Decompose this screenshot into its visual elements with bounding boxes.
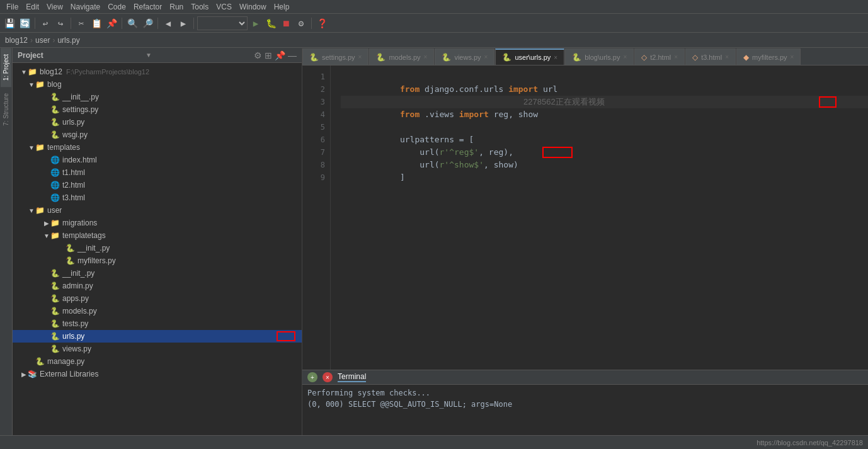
vtab-structure[interactable]: 7: Structure	[1, 87, 11, 132]
menu-code[interactable]: Code	[104, 0, 130, 13]
menu-vcs[interactable]: VCS	[212, 0, 236, 13]
tab-icon-t2: ◇	[641, 53, 647, 62]
tree-file-tests[interactable]: 🐍 tests.py	[13, 317, 302, 330]
menu-edit[interactable]: Edit	[22, 0, 43, 13]
toolbar-help[interactable]: ❓	[315, 16, 329, 30]
code-content[interactable]: from django.conf.urls import url from .v…	[331, 65, 868, 370]
vtab-project[interactable]: 1: Project	[1, 48, 11, 87]
project-icon-hide[interactable]: —	[288, 50, 297, 60]
tab-icon-t3: ◇	[692, 53, 698, 62]
toolbar-forward[interactable]: ▶	[176, 16, 190, 30]
tree-folder-templatetags[interactable]: ▼ 📁 templatetags	[13, 229, 302, 242]
tree-file-views[interactable]: 🐍 views.py	[13, 343, 302, 355]
line-numbers: 1 2 3 4 5 6 7 8 9	[302, 65, 331, 370]
tree-root-blog12[interactable]: ▼ 📁 blog12 F:\PycharmProjects\blog12	[13, 65, 302, 78]
tree-file-apps[interactable]: 🐍 apps.py	[13, 292, 302, 305]
tree-file-t2[interactable]: 🌐 t2.html	[13, 179, 302, 191]
tab-close-blog-urls[interactable]: ×	[623, 54, 627, 60]
tree-file-models[interactable]: 🐍 models.py	[13, 305, 302, 317]
tab-close-settings[interactable]: ×	[358, 54, 362, 60]
toolbar-findnext[interactable]: 🔎	[140, 16, 154, 30]
tab-settings[interactable]: 🐍 settings.py ×	[302, 48, 368, 65]
tab-t2[interactable]: ◇ t2.html ×	[634, 48, 685, 65]
path-urls[interactable]: urls.py	[57, 36, 79, 45]
tree-file-wsgi[interactable]: 🐍 wsgi.py	[13, 128, 302, 141]
toolbar-sep4	[157, 18, 158, 29]
tree-file-index[interactable]: 🌐 index.html	[13, 154, 302, 166]
menu-run[interactable]: Run	[166, 0, 187, 13]
path-blog12[interactable]: blog12	[5, 36, 28, 45]
toolbar-back[interactable]: ◀	[161, 16, 175, 30]
toolbar-cut[interactable]: ✂	[74, 16, 88, 30]
path-bar: blog12 › user › urls.py	[0, 33, 868, 48]
tab-user-urls[interactable]: 🐍 user\urls.py ×	[495, 48, 564, 65]
terminal-bar: + × Terminal	[302, 370, 868, 385]
tree-folder-migrations[interactable]: ▶ 📁 migrations	[13, 217, 302, 229]
tab-close-models[interactable]: ×	[424, 54, 428, 60]
menu-view[interactable]: View	[43, 0, 67, 13]
tree-file-admin[interactable]: 🐍 admin.py	[13, 280, 302, 292]
tab-close-views[interactable]: ×	[484, 54, 488, 60]
html-icon-t2: 🌐	[50, 181, 60, 190]
path-sep2: ›	[52, 36, 55, 45]
tab-close-t2[interactable]: ×	[674, 54, 678, 60]
project-icon-pin[interactable]: 📌	[275, 50, 285, 60]
tab-close-t3[interactable]: ×	[725, 54, 729, 60]
terminal-content: Performing system checks... (0, 000) SEL…	[302, 385, 868, 435]
tab-models[interactable]: 🐍 models.py ×	[369, 48, 434, 65]
tree-file-user-init[interactable]: 🐍 __init_.py	[13, 267, 302, 280]
toolbar-debug[interactable]: 🐛	[264, 16, 278, 30]
menu-help[interactable]: Help	[270, 0, 294, 13]
tab-myfilters[interactable]: ◆ myfilters.py ×	[736, 48, 801, 65]
toolbar-stop[interactable]: ⏹	[279, 16, 293, 30]
folder-icon-blog: 📁	[35, 80, 45, 89]
project-icon-expand[interactable]: ⊞	[265, 50, 272, 60]
tab-close-myfilters[interactable]: ×	[791, 54, 794, 60]
tree-folder-templates[interactable]: ▼ 📁 templates	[13, 141, 302, 154]
code-editor[interactable]: 1 2 3 4 5 6 7 8 9 from django.conf.urls …	[302, 65, 868, 370]
toolbar-sync[interactable]: 🔄	[18, 16, 31, 30]
tree-file-tags-init[interactable]: 🐍 __init_.py	[13, 242, 302, 254]
toolbar-undo[interactable]: ↩	[38, 16, 52, 30]
tree-file-t3[interactable]: 🌐 t3.html	[13, 191, 302, 204]
terminal-close-btn[interactable]: ×	[323, 372, 333, 382]
terminal-tab[interactable]: Terminal	[338, 372, 366, 382]
tree-file-settings[interactable]: 🐍 settings.py	[13, 103, 302, 116]
tree-file-t1[interactable]: 🌐 t1.html	[13, 166, 302, 179]
tree-folder-user[interactable]: ▼ 📁 user	[13, 204, 302, 217]
tree-file-blog-urls[interactable]: 🐍 urls.py	[13, 116, 302, 128]
menu-window[interactable]: Window	[236, 0, 270, 13]
tree-folder-external[interactable]: ▶ 📚 External Libraries	[13, 368, 302, 380]
tree-label-tests: tests.py	[62, 319, 88, 328]
project-header-dropdown[interactable]: ▼	[146, 52, 152, 59]
toolbar-save[interactable]: 💾	[3, 16, 16, 30]
run-config-select[interactable]	[197, 16, 248, 30]
toolbar-copy[interactable]: 📋	[89, 16, 103, 30]
project-icon-gear[interactable]: ⚙	[254, 50, 262, 60]
content-area: 1: Project 7: Structure Project ▼ ⚙ ⊞ 📌 …	[0, 48, 868, 435]
tree-file-blog-init[interactable]: 🐍 __init__.py	[13, 91, 302, 103]
toolbar-coverage[interactable]: ⚙	[294, 16, 308, 30]
tab-t3[interactable]: ◇ t3.html ×	[685, 48, 736, 65]
tree-file-user-urls[interactable]: 🐍 urls.py	[13, 330, 302, 343]
toolbar-run[interactable]: ▶	[249, 16, 263, 30]
tree-folder-blog[interactable]: ▼ 📁 blog	[13, 78, 302, 91]
toolbar-find[interactable]: 🔍	[125, 16, 139, 30]
menu-refactor[interactable]: Refactor	[130, 0, 166, 13]
tab-views[interactable]: 🐍 views.py ×	[435, 48, 494, 65]
terminal-text-2: (0, 000) SELECT @@SQL_AUTO_IS_NULL; args…	[307, 399, 512, 410]
tree-file-myfilters[interactable]: 🐍 myfilters.py	[13, 254, 302, 267]
tree-file-manage[interactable]: 🐍 manage.py	[13, 355, 302, 368]
menu-navigate[interactable]: Navigate	[67, 0, 104, 13]
terminal-add-btn[interactable]: +	[307, 372, 317, 382]
toolbar-paste[interactable]: 📌	[105, 16, 118, 30]
left-vertical-tabs: 1: Project 7: Structure	[0, 48, 13, 435]
path-user[interactable]: user	[35, 36, 50, 45]
menu-file[interactable]: File	[3, 0, 22, 13]
tab-blog-urls[interactable]: 🐍 blog\urls.py ×	[565, 48, 634, 65]
toolbar-redo[interactable]: ↪	[54, 16, 67, 30]
status-url: https://blog.csdn.net/qq_42297818	[757, 439, 863, 446]
py-icon-blog-init: 🐍	[50, 93, 60, 101]
menu-tools[interactable]: Tools	[187, 0, 212, 13]
tab-close-user-urls[interactable]: ×	[554, 54, 557, 61]
